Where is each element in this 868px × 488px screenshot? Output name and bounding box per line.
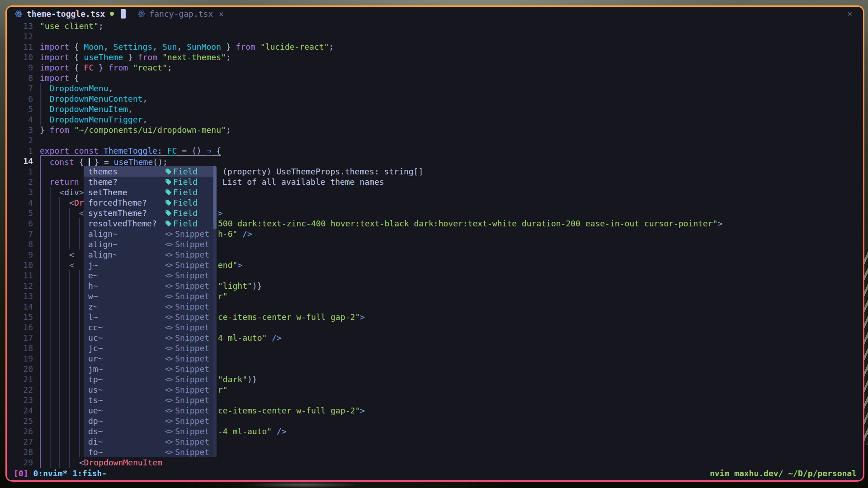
completion-kind: <>Snippet — [165, 301, 209, 312]
indent-guide — [79, 229, 80, 239]
completion-item[interactable]: di~<>Snippet — [84, 436, 217, 447]
code-row[interactable]: 13"use client"; — [7, 21, 863, 31]
completion-item[interactable]: resolvedTheme?Field — [84, 218, 217, 229]
code-row[interactable]: 12 — [7, 31, 863, 42]
completion-item[interactable]: setThemeField — [84, 187, 217, 197]
completion-item[interactable]: ur~<>Snippet — [84, 353, 217, 364]
indent-guide — [79, 353, 80, 364]
completion-item[interactable]: z~<>Snippet — [84, 301, 217, 312]
tmux-session-badge: [0] — [14, 468, 28, 479]
code-row[interactable]: 1export const ThemeToggle: FC = () ⇒ { — [7, 145, 863, 156]
completion-item[interactable]: ue~<>Snippet — [84, 405, 217, 416]
completion-item[interactable]: fo~<>Snippet — [84, 447, 217, 457]
code-text: import { Moon, Settings, Sun, SunMoon } … — [40, 42, 863, 52]
code-row[interactable]: 29 <DropdownMenuItem — [7, 457, 863, 468]
code-row[interactable]: 5 DropdownMenuItem, — [7, 104, 863, 114]
indent-guide — [40, 343, 41, 353]
code-row[interactable]: 8import { — [7, 73, 863, 83]
completion-item[interactable]: systemTheme?Field — [84, 208, 217, 218]
completion-kind: <>Snippet — [165, 374, 209, 385]
code-row[interactable]: 7 DropdownMenu, — [7, 83, 863, 94]
indent-guide — [40, 395, 41, 405]
completion-item[interactable]: align~<>Snippet — [84, 239, 217, 249]
code-token: FC — [167, 146, 177, 155]
code-row[interactable]: 14 const { } = useTheme(); — [7, 156, 863, 166]
completion-item[interactable]: ds~<>Snippet — [84, 426, 217, 436]
completion-item[interactable]: jm~<>Snippet — [84, 364, 217, 374]
line-number: 14 — [7, 156, 33, 166]
tab-theme-toggle[interactable]: theme-toggle.tsx — [15, 9, 126, 19]
code-token: } — [94, 63, 108, 72]
field-kind-icon — [165, 199, 172, 206]
indent-guide — [79, 312, 80, 322]
indent-guide — [50, 301, 51, 312]
popup-scrollbar-thumb[interactable] — [213, 166, 217, 229]
line-number: 11 — [7, 42, 33, 52]
indent-guide — [59, 301, 60, 312]
line-number: 8 — [7, 73, 33, 83]
code-token — [40, 104, 50, 114]
code-row[interactable]: 2 — [7, 135, 863, 145]
indent-guide — [69, 312, 70, 322]
indent-guide — [59, 374, 60, 385]
completion-item[interactable]: align~<>Snippet — [84, 229, 217, 239]
code-row[interactable]: 4 DropdownMenuTrigger, — [7, 114, 863, 125]
indent-guide — [79, 343, 80, 353]
indent-guide — [69, 218, 70, 229]
line-number: 25 — [7, 416, 33, 426]
snippet-kind-icon: <> — [165, 322, 172, 333]
tmux-window-fish[interactable]: 1:fish- — [72, 468, 107, 479]
completion-item[interactable]: forcedTheme?Field — [84, 197, 217, 208]
completion-item[interactable]: cc~<>Snippet — [84, 322, 217, 333]
code-token: import — [40, 52, 74, 62]
completion-item[interactable]: us~<>Snippet — [84, 385, 217, 395]
completion-label: align~ — [88, 239, 118, 249]
completion-label: l~ — [88, 312, 98, 322]
tmux-window-nvim[interactable]: 0:nvim* — [33, 468, 68, 479]
code-token: , — [177, 42, 187, 52]
completion-kind: <>Snippet — [165, 291, 209, 301]
completion-item[interactable]: l~<>Snippet — [84, 312, 217, 322]
code-row[interactable]: 3} from "~/components/ui/dropdown-menu"; — [7, 125, 863, 135]
completion-kind-label: Field — [173, 197, 198, 208]
completion-item[interactable]: tp~<>Snippet — [84, 374, 217, 385]
code-row[interactable]: 10import { useTheme } from "next-themes"… — [7, 52, 863, 62]
code-row[interactable]: 9import { FC } from "react"; — [7, 62, 863, 73]
field-kind-icon — [165, 220, 172, 227]
completion-item[interactable]: h~<>Snippet — [84, 281, 217, 291]
tab-close-icon[interactable]: × — [219, 9, 223, 19]
indent-guide — [40, 291, 41, 301]
completion-item[interactable]: jc~<>Snippet — [84, 343, 217, 353]
completion-item[interactable]: ts~<>Snippet — [84, 395, 217, 405]
code-token: import — [40, 63, 74, 72]
code-right-fragment: r" — [218, 385, 228, 395]
completion-item[interactable]: e~<>Snippet — [84, 270, 217, 281]
code-row[interactable]: 6 DropdownMenuContent, — [7, 94, 863, 104]
completion-item[interactable]: theme?Field — [84, 177, 217, 187]
code-row[interactable]: 11import { Moon, Settings, Sun, SunMoon … — [7, 42, 863, 52]
line-number: 23 — [7, 395, 33, 405]
window-close-icon[interactable]: ✕ — [847, 9, 852, 18]
completion-label: e~ — [88, 270, 98, 281]
popup-scrollbar[interactable] — [213, 166, 217, 457]
completion-kind: <>Snippet — [165, 229, 209, 239]
completion-item[interactable]: w~<>Snippet — [84, 291, 217, 301]
completion-label: ue~ — [88, 405, 103, 416]
completion-item[interactable]: uc~<>Snippet — [84, 333, 217, 343]
doc-text: (property) UseThemeProps.themes: string[… — [222, 166, 423, 177]
completion-item[interactable]: align~<>Snippet — [84, 249, 217, 260]
tab-fancy-gap[interactable]: fancy-gap.tsx × — [137, 9, 223, 19]
code-right-fragment: r" — [218, 291, 228, 301]
indent-guide — [50, 447, 51, 457]
completion-item[interactable]: j~<>Snippet — [84, 260, 217, 270]
code-token: } = — [89, 157, 113, 167]
line-number: 7 — [7, 229, 33, 239]
completion-label: fo~ — [88, 447, 103, 457]
completion-item[interactable]: dp~<>Snippet — [84, 416, 217, 426]
completion-label: theme? — [88, 177, 118, 187]
snippet-kind-icon: <> — [165, 333, 172, 343]
code-token: { — [79, 157, 89, 167]
snippet-kind-icon: <> — [165, 364, 172, 374]
completion-item[interactable]: themesField — [84, 166, 217, 177]
indent-guide — [59, 229, 60, 239]
